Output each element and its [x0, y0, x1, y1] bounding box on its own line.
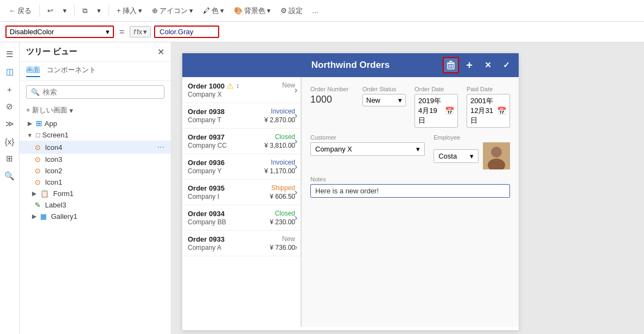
sort-icon: ↕: [236, 82, 239, 90]
tree-search-input[interactable]: [43, 88, 160, 96]
search-icon[interactable]: 🔍: [2, 168, 17, 184]
tree-item-icon1[interactable]: ⊙ Icon1: [20, 177, 171, 188]
order-item-0934[interactable]: Order 0934 Closed Company BB ¥ 230.00 ›: [182, 205, 301, 231]
tree-item-screen1[interactable]: ▼ □ Screen1: [20, 129, 171, 141]
order-status-input[interactable]: New ▾: [362, 94, 406, 106]
expand-icon-gallery1: ▶: [30, 213, 38, 220]
tree-item-icon3[interactable]: ⊙ Icon3: [20, 154, 171, 165]
tree-item-icon4[interactable]: ⊙ Icon4 ···: [20, 141, 171, 154]
calendar-icon-2[interactable]: 📅: [497, 106, 506, 115]
undo-button[interactable]: ↩: [44, 5, 56, 16]
variable-icon[interactable]: {x}: [2, 134, 17, 149]
tree-item-label3[interactable]: ✎ Label3: [20, 199, 171, 211]
tree-items: ▶ ⊞ App ▼ □ Screen1 ⊙ Icon4 ··· ⊙ Icon3: [20, 117, 171, 334]
order-item-0936[interactable]: Order 0936 Invoiced Company Y ¥ 1,170.00…: [182, 154, 301, 180]
fx-label: fx: [137, 28, 142, 36]
paste-dropdown[interactable]: ▾: [94, 5, 104, 16]
field-order-status: Order Status New ▾: [362, 86, 406, 128]
order-date-label: Order Date: [415, 86, 458, 92]
tree-item-app[interactable]: ▶ ⊞ App: [20, 117, 171, 129]
tree-close-button[interactable]: ✕: [157, 47, 164, 57]
icon3-label: Icon3: [45, 155, 164, 163]
customer-select[interactable]: Company X ▾: [310, 142, 425, 156]
order-arrow-0937: ›: [295, 136, 297, 146]
formula-input[interactable]: Color.Gray: [154, 26, 219, 38]
order-number-0935: Order 0935: [188, 184, 225, 192]
paste-button[interactable]: ⧉: [79, 5, 91, 17]
back-button[interactable]: ← 戻る: [5, 4, 35, 17]
tab-components[interactable]: コンポーネント: [47, 65, 96, 77]
tab-screens[interactable]: 画面: [26, 65, 40, 77]
item-menu-dots[interactable]: ···: [157, 142, 164, 152]
customer-value: Company X: [315, 145, 352, 153]
employee-select[interactable]: Costa ▾: [433, 149, 479, 163]
left-icon-bar: ☰ ◫ + ⊘ ≫ {x} ⊞ 🔍: [0, 42, 20, 334]
field-employee: Employee Costa ▾: [433, 134, 510, 169]
detail-row-3: Notes Here is a new order!: [310, 176, 510, 198]
order-amount-0936: ¥ 1,170.00: [264, 167, 295, 175]
order-list: Order 1000 ⚠ ↕ New Company X › Order 093…: [182, 77, 302, 327]
expand-icon-screen1: ▼: [26, 132, 34, 138]
tree-item-form1[interactable]: ▶ 📋 Form1: [20, 188, 171, 199]
check-icon-header[interactable]: ✓: [498, 57, 514, 73]
close-icon-header[interactable]: ✕: [480, 57, 496, 73]
order-status-0937: Closed: [264, 133, 295, 141]
flow-icon[interactable]: ≫: [2, 116, 17, 131]
order-arrow-0935: ›: [295, 187, 297, 197]
bgcolor-button[interactable]: 🎨 背景色 ▾: [231, 4, 274, 17]
order-status-0938: Invoiced: [264, 108, 295, 116]
order-company-0938: Company T: [188, 116, 264, 124]
trash-icon: [447, 60, 455, 70]
field-notes: Notes Here is a new order!: [310, 176, 510, 198]
grid-icon[interactable]: ⊞: [2, 151, 17, 166]
order-status-0936: Invoiced: [264, 159, 295, 167]
order-item-1000[interactable]: Order 1000 ⚠ ↕ New Company X ›: [182, 77, 301, 103]
order-item-0938[interactable]: Order 0938 Invoiced Company T ¥ 2,870.00…: [182, 103, 301, 129]
more-button[interactable]: ...: [309, 5, 322, 16]
settings-button[interactable]: ⚙ 設定: [277, 4, 306, 17]
layers-icon[interactable]: ◫: [2, 64, 17, 79]
undo-dropdown[interactable]: ▾: [60, 5, 70, 16]
insert-button[interactable]: + 挿入 ▾: [113, 4, 145, 17]
order-company-0933: Company A: [188, 244, 269, 251]
employee-photo: [483, 142, 510, 169]
tree-item-gallery1[interactable]: ▶ ▦ Gallery1: [20, 211, 171, 222]
color-button[interactable]: 🖍 色 ▾: [200, 4, 227, 17]
paid-date-input[interactable]: 2001年12月31日 📅: [467, 94, 510, 128]
order-item-0933[interactable]: Order 0933 New Company A ¥ 736.00 ›: [182, 231, 301, 256]
form1-icon: 📋: [40, 190, 49, 198]
app-frame: Northwind Orders + ✕ ✓: [182, 53, 519, 330]
data-icon[interactable]: ⊘: [2, 99, 17, 114]
tree-tabs: 画面 コンポーネント: [20, 62, 171, 81]
tree-search-container: 🔍: [26, 85, 164, 99]
hamburger-icon[interactable]: ☰: [2, 47, 17, 62]
notes-input[interactable]: Here is a new order!: [310, 184, 510, 198]
warning-icon: ⚠: [227, 81, 234, 90]
order-number-0938: Order 0938: [188, 108, 225, 116]
property-selector[interactable]: DisabledColor ▾: [5, 26, 114, 38]
screen-icon: □: [36, 131, 40, 139]
order-date-input[interactable]: 2019年4月19日 📅: [415, 94, 458, 128]
gallery1-icon: ▦: [40, 212, 47, 220]
icon4-label: Icon4: [45, 143, 155, 152]
new-screen-button[interactable]: + 新しい画面 ▾: [20, 103, 171, 117]
paid-date-label: Paid Date: [467, 86, 510, 92]
order-item-0937[interactable]: Order 0937 Closed Company CC ¥ 3,810.00 …: [182, 129, 301, 154]
expand-icon: ▶: [26, 120, 34, 127]
delete-button[interactable]: [443, 57, 459, 73]
notes-value: Here is a new order!: [315, 187, 379, 195]
app-content: Order 1000 ⚠ ↕ New Company X › Order 093…: [182, 77, 519, 327]
order-number-0933: Order 0933: [188, 235, 225, 243]
calendar-icon[interactable]: 📅: [445, 106, 454, 115]
new-screen-dropdown[interactable]: ▾: [69, 106, 73, 115]
order-arrow-0936: ›: [295, 162, 297, 172]
tree-item-icon2[interactable]: ⊙ Icon2: [20, 165, 171, 177]
fx-button[interactable]: f fx ▾: [130, 26, 151, 37]
order-item-0935[interactable]: Order 0935 Shipped Company I ¥ 606.50 ›: [182, 180, 301, 205]
add-icon-header[interactable]: +: [461, 57, 477, 73]
add-icon[interactable]: +: [2, 81, 17, 97]
icon-button[interactable]: ⊕ アイコン ▾: [149, 4, 196, 17]
employee-dropdown-arrow: ▾: [470, 152, 474, 160]
property-name: DisabledColor: [10, 28, 54, 36]
field-customer: Customer Company X ▾: [310, 134, 425, 169]
